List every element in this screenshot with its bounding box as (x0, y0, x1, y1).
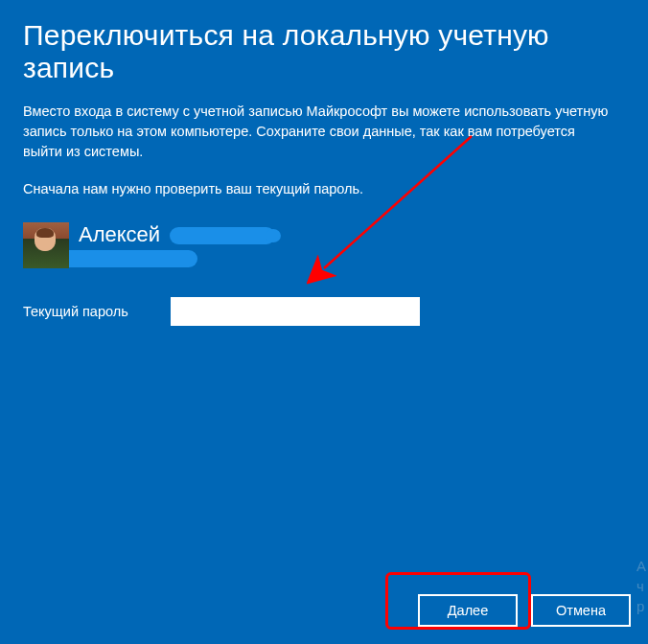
user-text: Алексей (79, 223, 275, 267)
next-button[interactable]: Далее (418, 594, 518, 627)
switch-local-account-dialog: Переключиться на локальную учетную запис… (0, 0, 648, 644)
description-text: Вместо входа в систему с учетной записью… (23, 102, 617, 162)
cancel-button[interactable]: Отмена (531, 594, 631, 627)
current-password-input[interactable] (171, 297, 420, 326)
dialog-buttons: Далее Отмена (418, 594, 631, 627)
redacted-surname (170, 227, 275, 244)
cropped-edge-text: Ачр (636, 556, 648, 616)
user-first-name: Алексей (79, 222, 160, 246)
user-block: Алексей (23, 222, 625, 268)
avatar (23, 222, 69, 268)
password-row: Текущий пароль (23, 297, 625, 326)
password-label: Текущий пароль (23, 304, 148, 319)
password-prompt-text: Сначала нам нужно проверить ваш текущий … (23, 179, 625, 199)
user-name: Алексей (79, 223, 275, 246)
redacted-email (54, 250, 197, 267)
page-title: Переключиться на локальную учетную запис… (23, 19, 625, 84)
